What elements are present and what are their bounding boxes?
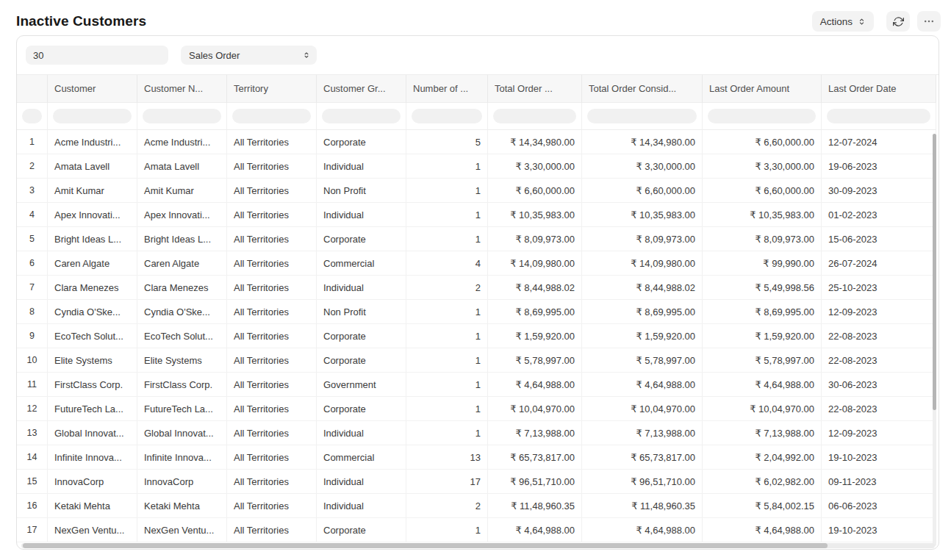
cell-last_order_date[interactable]: 22-08-2023 — [822, 397, 936, 421]
filter-input-total_order_considered[interactable] — [587, 109, 697, 123]
cell-total_order_amount[interactable]: ₹ 8,09,973.00 — [488, 227, 582, 251]
column-header-customer_group[interactable]: Customer Gr... — [317, 75, 406, 103]
column-header-rownum[interactable] — [17, 75, 48, 103]
cell-customer[interactable]: Apex Innovati... — [48, 203, 137, 227]
cell-customer_group[interactable]: Individual — [317, 154, 406, 179]
cell-customer_group[interactable]: Corporate — [317, 518, 406, 542]
filter-input-customer_name[interactable] — [143, 109, 221, 123]
cell-last_order_amount[interactable]: ₹ 4,64,988.00 — [703, 518, 822, 542]
cell-last_order_date[interactable]: 19-10-2023 — [822, 518, 936, 542]
cell-number_of_orders[interactable]: 1 — [406, 227, 488, 251]
cell-customer_group[interactable]: Individual — [317, 203, 406, 227]
cell-number_of_orders[interactable]: 1 — [406, 373, 488, 397]
cell-territory[interactable]: All Territories — [227, 179, 317, 203]
cell-number_of_orders[interactable]: 1 — [406, 203, 488, 227]
cell-customer[interactable]: Elite Systems — [48, 348, 137, 373]
cell-total_order_amount[interactable]: ₹ 4,64,988.00 — [488, 373, 582, 397]
doctype-select[interactable]: Sales Order — [181, 46, 317, 65]
cell-last_order_amount[interactable]: ₹ 10,04,970.00 — [703, 397, 822, 421]
cell-total_order_amount[interactable]: ₹ 4,64,988.00 — [488, 518, 582, 542]
cell-number_of_orders[interactable]: 17 — [406, 470, 488, 494]
cell-last_order_date[interactable]: 15-06-2023 — [822, 227, 936, 251]
cell-customer_group[interactable]: Non Profit — [317, 300, 406, 324]
cell-number_of_orders[interactable]: 1 — [406, 518, 488, 542]
cell-customer[interactable]: Clara Menezes — [48, 276, 137, 300]
cell-last_order_amount[interactable]: ₹ 8,09,973.00 — [703, 227, 822, 251]
cell-customer[interactable]: Cyndia O'Ske... — [48, 300, 137, 324]
cell-customer[interactable]: Caren Algate — [48, 251, 137, 276]
cell-last_order_amount[interactable]: ₹ 6,60,000.00 — [703, 130, 822, 154]
cell-total_order_amount[interactable]: ₹ 14,09,980.00 — [488, 251, 582, 276]
cell-territory[interactable]: All Territories — [227, 518, 317, 542]
cell-customer_name[interactable]: FirstClass Corp. — [137, 373, 227, 397]
cell-total_order_considered[interactable]: ₹ 7,13,988.00 — [582, 421, 703, 445]
cell-customer_group[interactable]: Individual — [317, 421, 406, 445]
cell-last_order_amount[interactable]: ₹ 3,30,000.00 — [703, 154, 822, 179]
cell-customer_group[interactable]: Commercial — [317, 251, 406, 276]
cell-total_order_considered[interactable]: ₹ 3,30,000.00 — [582, 154, 703, 179]
cell-last_order_amount[interactable]: ₹ 99,990.00 — [703, 251, 822, 276]
cell-customer_name[interactable]: EcoTech Solut... — [137, 324, 227, 348]
cell-last_order_date[interactable]: 19-10-2023 — [822, 445, 936, 470]
column-header-last_order_date[interactable]: Last Order Date — [822, 75, 936, 103]
cell-last_order_date[interactable]: 12-09-2023 — [822, 300, 936, 324]
cell-territory[interactable]: All Territories — [227, 348, 317, 373]
cell-territory[interactable]: All Territories — [227, 470, 317, 494]
cell-total_order_amount[interactable]: ₹ 8,69,995.00 — [488, 300, 582, 324]
cell-last_order_amount[interactable]: ₹ 6,02,982.00 — [703, 470, 822, 494]
cell-number_of_orders[interactable]: 13 — [406, 445, 488, 470]
cell-customer[interactable]: Amata Lavell — [48, 154, 137, 179]
cell-customer[interactable]: FirstClass Corp. — [48, 373, 137, 397]
filter-input-rownum[interactable] — [22, 109, 42, 123]
cell-last_order_date[interactable]: 30-09-2023 — [822, 179, 936, 203]
cell-number_of_orders[interactable]: 1 — [406, 300, 488, 324]
cell-customer_name[interactable]: InnovaCorp — [137, 470, 227, 494]
cell-territory[interactable]: All Territories — [227, 227, 317, 251]
cell-total_order_amount[interactable]: ₹ 3,30,000.00 — [488, 154, 582, 179]
cell-customer_name[interactable]: Clara Menezes — [137, 276, 227, 300]
cell-territory[interactable]: All Territories — [227, 276, 317, 300]
cell-last_order_date[interactable]: 25-10-2023 — [822, 276, 936, 300]
cell-territory[interactable]: All Territories — [227, 397, 317, 421]
cell-total_order_amount[interactable]: ₹ 14,34,980.00 — [488, 130, 582, 154]
days-since-last-order-input[interactable] — [26, 46, 168, 65]
horizontal-scrollbar-thumb[interactable] — [23, 543, 828, 548]
cell-total_order_amount[interactable]: ₹ 96,51,710.00 — [488, 470, 582, 494]
cell-customer_group[interactable]: Government — [317, 373, 406, 397]
cell-customer_group[interactable]: Individual — [317, 494, 406, 518]
cell-territory[interactable]: All Territories — [227, 154, 317, 179]
cell-total_order_considered[interactable]: ₹ 8,44,988.02 — [582, 276, 703, 300]
cell-territory[interactable]: All Territories — [227, 445, 317, 470]
horizontal-scrollbar[interactable] — [21, 543, 935, 548]
cell-total_order_amount[interactable]: ₹ 1,59,920.00 — [488, 324, 582, 348]
column-header-last_order_amount[interactable]: Last Order Amount — [703, 75, 822, 103]
cell-customer_name[interactable]: Infinite Innova... — [137, 445, 227, 470]
cell-customer_group[interactable]: Corporate — [317, 130, 406, 154]
cell-number_of_orders[interactable]: 1 — [406, 348, 488, 373]
filter-input-customer[interactable] — [53, 109, 132, 123]
cell-customer_group[interactable]: Corporate — [317, 324, 406, 348]
column-header-customer_name[interactable]: Customer N... — [137, 75, 227, 103]
cell-total_order_amount[interactable]: ₹ 6,60,000.00 — [488, 179, 582, 203]
cell-customer[interactable]: Global Innovat... — [48, 421, 137, 445]
cell-customer[interactable]: Bright Ideas L... — [48, 227, 137, 251]
filter-input-customer_group[interactable] — [322, 109, 401, 123]
cell-customer_name[interactable]: Bright Ideas L... — [137, 227, 227, 251]
cell-total_order_considered[interactable]: ₹ 14,09,980.00 — [582, 251, 703, 276]
cell-last_order_date[interactable]: 12-09-2023 — [822, 421, 936, 445]
cell-total_order_considered[interactable]: ₹ 14,34,980.00 — [582, 130, 703, 154]
cell-total_order_considered[interactable]: ₹ 65,73,817.00 — [582, 445, 703, 470]
cell-customer_name[interactable]: Acme Industri... — [137, 130, 227, 154]
cell-last_order_amount[interactable]: ₹ 2,04,992.00 — [703, 445, 822, 470]
cell-customer_name[interactable]: Cyndia O'Ske... — [137, 300, 227, 324]
cell-last_order_date[interactable]: 26-07-2024 — [822, 251, 936, 276]
filter-input-last_order_amount[interactable] — [708, 109, 816, 123]
cell-total_order_amount[interactable]: ₹ 7,13,988.00 — [488, 421, 582, 445]
cell-total_order_considered[interactable]: ₹ 1,59,920.00 — [582, 324, 703, 348]
cell-number_of_orders[interactable]: 2 — [406, 276, 488, 300]
cell-customer_name[interactable]: Amata Lavell — [137, 154, 227, 179]
filter-input-last_order_date[interactable] — [827, 109, 930, 123]
cell-territory[interactable]: All Territories — [227, 203, 317, 227]
cell-territory[interactable]: All Territories — [227, 421, 317, 445]
cell-last_order_date[interactable]: 12-07-2024 — [822, 130, 936, 154]
